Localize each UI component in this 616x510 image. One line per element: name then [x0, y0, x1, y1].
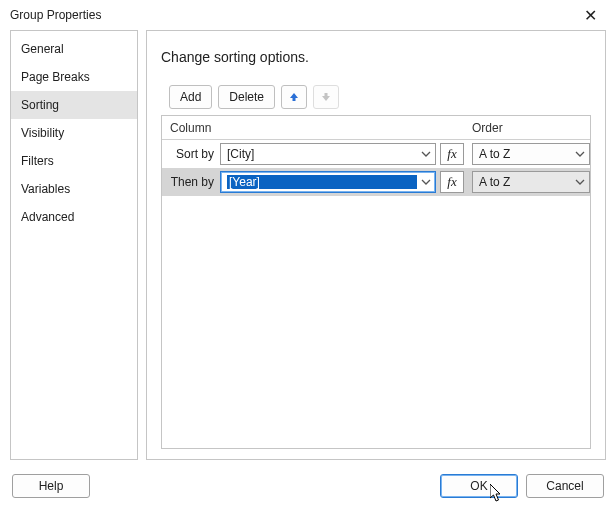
move-up-button[interactable]	[281, 85, 307, 109]
combo-value: A to Z	[479, 175, 571, 189]
fx-label: fx	[447, 146, 456, 162]
group-properties-dialog: Group Properties ✕ General Page Breaks S…	[0, 0, 616, 510]
combo-value: A to Z	[479, 147, 571, 161]
sidebar-item-label: General	[21, 42, 64, 56]
fx-label: fx	[447, 174, 456, 190]
sort-order-combo[interactable]: A to Z	[472, 171, 590, 193]
page-heading: Change sorting options.	[161, 49, 591, 65]
order-header: Order	[464, 121, 590, 135]
expression-button[interactable]: fx	[440, 143, 464, 165]
expression-button[interactable]: fx	[440, 171, 464, 193]
delete-button-label: Delete	[229, 90, 264, 104]
sidebar-item-visibility[interactable]: Visibility	[11, 119, 137, 147]
sidebar-item-general[interactable]: General	[11, 35, 137, 63]
sidebar-item-label: Variables	[21, 182, 70, 196]
chevron-down-icon	[421, 177, 431, 187]
arrow-up-icon	[288, 91, 300, 103]
sidebar-item-label: Visibility	[21, 126, 64, 140]
combo-value: [City]	[227, 147, 417, 161]
chevron-down-icon	[575, 177, 585, 187]
dialog-footer: Help OK Cancel	[0, 468, 616, 510]
sidebar-item-variables[interactable]: Variables	[11, 175, 137, 203]
chevron-down-icon	[575, 149, 585, 159]
row-label: Then by	[162, 175, 220, 189]
sidebar-item-label: Page Breaks	[21, 70, 90, 84]
move-down-button[interactable]	[313, 85, 339, 109]
close-button[interactable]: ✕	[570, 2, 610, 28]
toolbar: Add Delete	[169, 85, 591, 109]
main-panel: Change sorting options. Add Delete	[146, 30, 606, 460]
sort-row[interactable]: Sort by [City] fx A to Z	[162, 140, 590, 168]
combo-value: [Year]	[227, 175, 417, 189]
sidebar-item-advanced[interactable]: Advanced	[11, 203, 137, 231]
sidebar-item-page-breaks[interactable]: Page Breaks	[11, 63, 137, 91]
cancel-button-label: Cancel	[546, 479, 583, 493]
cancel-button[interactable]: Cancel	[526, 474, 604, 498]
sort-order-combo[interactable]: A to Z	[472, 143, 590, 165]
add-button-label: Add	[180, 90, 201, 104]
close-icon: ✕	[584, 6, 597, 25]
sort-column-combo[interactable]: [Year]	[220, 171, 436, 193]
sort-column-combo[interactable]: [City]	[220, 143, 436, 165]
arrow-down-icon	[320, 91, 332, 103]
delete-button[interactable]: Delete	[218, 85, 275, 109]
sidebar-item-label: Filters	[21, 154, 54, 168]
window-title: Group Properties	[10, 8, 570, 22]
sidebar-item-label: Sorting	[21, 98, 59, 112]
help-button-label: Help	[39, 479, 64, 493]
sidebar-item-sorting[interactable]: Sorting	[11, 91, 137, 119]
dialog-body: General Page Breaks Sorting Visibility F…	[0, 30, 616, 468]
sidebar-item-filters[interactable]: Filters	[11, 147, 137, 175]
titlebar: Group Properties ✕	[0, 0, 616, 30]
add-button[interactable]: Add	[169, 85, 212, 109]
ok-button-label: OK	[470, 479, 487, 493]
sort-row[interactable]: Then by [Year] fx A to Z	[162, 168, 590, 196]
row-label: Sort by	[162, 147, 220, 161]
grid-header: Column Order	[162, 116, 590, 140]
chevron-down-icon	[421, 149, 431, 159]
nav-sidebar: General Page Breaks Sorting Visibility F…	[10, 30, 138, 460]
sort-grid: Column Order Sort by [City] fx	[161, 115, 591, 449]
help-button[interactable]: Help	[12, 474, 90, 498]
column-header: Column	[162, 121, 464, 135]
ok-button[interactable]: OK	[440, 474, 518, 498]
sidebar-item-label: Advanced	[21, 210, 74, 224]
